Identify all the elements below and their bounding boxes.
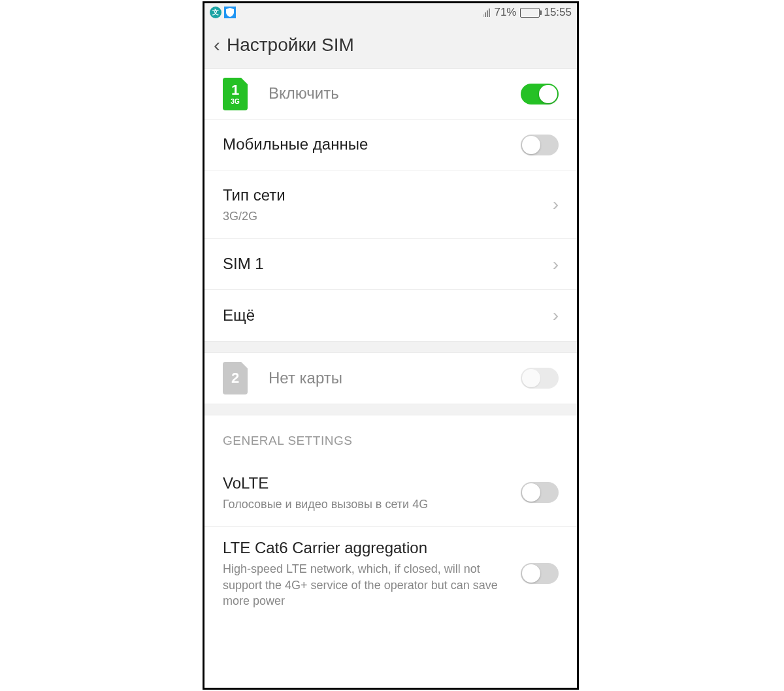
- sim2-icon-number: 2: [231, 371, 239, 385]
- sim1-settings-row[interactable]: SIM 1 ›: [204, 239, 577, 290]
- sim1-icon-number: 1: [231, 83, 239, 97]
- mobile-data-row[interactable]: Мобильные данные: [204, 120, 577, 170]
- status-right: 71% 15:55: [483, 6, 572, 19]
- chevron-right-icon: ›: [553, 254, 559, 275]
- back-icon[interactable]: ‹: [214, 34, 220, 56]
- lte-cat6-toggle[interactable]: [521, 563, 559, 584]
- more-row[interactable]: Ещё ›: [204, 290, 577, 341]
- sim1-enable-row[interactable]: 1 3G Включить: [204, 69, 577, 120]
- translate-icon: 文: [210, 7, 221, 18]
- signal-icon: [483, 8, 490, 17]
- network-type-value: 3G/2G: [223, 208, 553, 224]
- header: ‹ Настройки SIM: [204, 22, 577, 69]
- battery-icon: [520, 8, 540, 18]
- battery-percent: 71%: [494, 6, 516, 19]
- status-left: 文: [210, 7, 236, 18]
- section-gap: [204, 404, 577, 415]
- network-type-row[interactable]: Тип сети 3G/2G ›: [204, 170, 577, 239]
- clock: 15:55: [544, 6, 572, 19]
- section-header-general: GENERAL SETTINGS: [204, 415, 577, 458]
- sim1-icon: 1 3G: [223, 78, 248, 110]
- section-gap: [204, 341, 577, 353]
- lte-cat6-sub: High-speed LTE network, which, if closed…: [223, 561, 508, 609]
- mobile-data-label: Мобильные данные: [223, 134, 521, 155]
- lte-cat6-label: LTE Cat6 Carrier aggregation: [223, 538, 508, 558]
- network-type-label: Тип сети: [223, 185, 553, 206]
- sim1-settings-label: SIM 1: [223, 253, 553, 274]
- more-label: Ещё: [223, 305, 553, 326]
- volte-sub: Голосовые и видео вызовы в сети 4G: [223, 496, 521, 512]
- volte-row[interactable]: VoLTE Голосовые и видео вызовы в сети 4G: [204, 458, 577, 527]
- chevron-right-icon: ›: [553, 194, 559, 215]
- mobile-data-toggle[interactable]: [521, 135, 559, 155]
- shield-icon: [224, 7, 236, 18]
- sim1-icon-sub: 3G: [231, 99, 239, 105]
- page-title: Настройки SIM: [227, 35, 354, 56]
- lte-cat6-row[interactable]: LTE Cat6 Carrier aggregation High-speed …: [204, 527, 577, 619]
- sim2-icon: 2: [223, 362, 248, 394]
- phone-frame: 文 71% 15:55 ‹ Настройки SIM 1 3G: [203, 1, 579, 690]
- status-bar: 文 71% 15:55: [204, 3, 577, 22]
- volte-label: VoLTE: [223, 473, 521, 494]
- chevron-right-icon: ›: [553, 305, 559, 326]
- sim2-toggle: [521, 368, 559, 389]
- sim2-label: Нет карты: [269, 368, 521, 389]
- sim1-enable-toggle[interactable]: [521, 84, 559, 104]
- sim1-enable-label: Включить: [269, 83, 521, 104]
- volte-toggle[interactable]: [521, 482, 559, 503]
- sim2-row: 2 Нет карты: [204, 353, 577, 404]
